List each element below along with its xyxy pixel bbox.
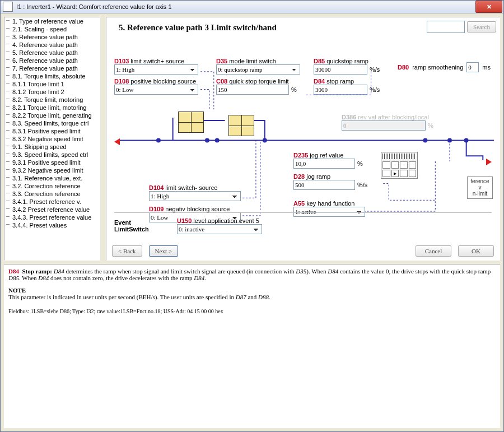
code-D108: D108 xyxy=(114,78,129,85)
nav-tree[interactable]: 1. Type of reference value2.1. Scaling -… xyxy=(4,17,100,261)
tree-item[interactable]: 8.2.2 Torque limit, generating xyxy=(4,112,100,119)
input-D235[interactable] xyxy=(293,159,355,169)
desc-nbb: D87 xyxy=(236,294,246,300)
tree-item[interactable]: 8.1. Torque limits, absolute xyxy=(4,72,100,80)
unit-C08: % xyxy=(291,86,297,93)
tree-item[interactable]: 9.3.2 Negative speed limit xyxy=(4,166,100,174)
tree-item[interactable]: 3.2. Correction reference xyxy=(4,182,100,190)
refbox-line1: ference v xyxy=(469,178,491,191)
description-pane: D84 Stop ramp: D84 determines the ramp w… xyxy=(4,264,500,428)
tree-item[interactable]: 8.2. Torque limit, motoring xyxy=(4,96,100,104)
svg-point-1 xyxy=(206,139,209,142)
tree-item[interactable]: 3.4.4. Preset values xyxy=(4,221,100,229)
page-title: 5. Reference value path 3 Limit switch/h… xyxy=(119,23,277,32)
next-button[interactable]: Next > xyxy=(149,245,178,257)
keypad-icon: ▶ xyxy=(381,152,418,179)
code-A55: A55 xyxy=(293,200,305,207)
body-split: 1. Type of reference value2.1. Scaling -… xyxy=(1,13,503,261)
desc-b1i: D84 xyxy=(38,275,49,281)
tree-item[interactable]: 2.1. Scaling - speed xyxy=(4,25,100,33)
code-D28: D28 xyxy=(293,173,305,180)
back-button[interactable]: < Back xyxy=(112,245,142,257)
svg-point-6 xyxy=(465,139,468,142)
event-label-1: Event xyxy=(114,219,131,226)
reference-limit-box: ference v n-limit xyxy=(467,176,493,199)
label-U150: level application event 5 xyxy=(193,217,259,224)
tree-item[interactable]: 8.1.1 Torque limit 1 xyxy=(4,80,100,88)
desc-b1c: D35 xyxy=(296,268,306,275)
content-panel: Search 5. Reference value path 3 Limit s… xyxy=(106,17,500,261)
tree-item[interactable]: 9.1. Skipping speed xyxy=(4,143,100,151)
combo-D104[interactable]: 1: High xyxy=(149,191,241,201)
tree-item[interactable]: 4. Reference value path xyxy=(4,41,100,49)
code-D235: D235 xyxy=(293,152,308,159)
search-input[interactable] xyxy=(427,21,465,33)
tree-item[interactable]: 3.4.1. Preset reference v. xyxy=(4,198,100,206)
desc-b1g: D85 xyxy=(8,275,19,281)
input-D85[interactable] xyxy=(314,64,367,75)
search-button[interactable]: Search xyxy=(467,21,496,32)
input-D28[interactable] xyxy=(293,180,355,190)
svg-point-2 xyxy=(216,139,219,142)
unit-D386: % xyxy=(428,122,433,129)
desc-b1k: D84 xyxy=(194,275,204,281)
input-D84[interactable] xyxy=(314,85,367,95)
ok-button[interactable]: OK xyxy=(458,245,494,257)
desc-b1f: contains the value 0, the drive stops wi… xyxy=(338,268,491,275)
combo-U150[interactable]: 0: inactive xyxy=(177,224,262,234)
unit-D84: %/s xyxy=(370,86,380,93)
code-D84: D84 xyxy=(314,78,325,85)
input-D80[interactable] xyxy=(466,62,479,72)
tree-item[interactable]: 8.1.2 Torque limit 2 xyxy=(4,88,100,96)
cancel-button[interactable]: Cancel xyxy=(416,245,451,257)
tree-item[interactable]: 9.3.1 Positive speed limit xyxy=(4,159,100,166)
tree-item[interactable]: 3.1. Reference value, ext. xyxy=(4,174,100,182)
combo-D103[interactable]: 1: High xyxy=(114,64,198,75)
label-D85: quickstop ramp xyxy=(326,58,368,64)
label-D28: jog ramp xyxy=(306,173,330,180)
label-A55: key hand function xyxy=(306,200,354,207)
label-D108: positive blocking source xyxy=(130,78,196,85)
combo-D108[interactable]: 0: Low xyxy=(114,85,198,95)
combo-D35[interactable]: 0: quickstop ramp xyxy=(216,64,300,75)
svg-point-3 xyxy=(263,139,267,142)
tree-item[interactable]: 3.3. Correction reference xyxy=(4,190,100,198)
desc-b1a: D84 xyxy=(54,268,64,275)
tree-item[interactable]: 8.2.1 Torque limit, motoring xyxy=(4,104,100,112)
desc-nba: This parameter is indicated in user unit… xyxy=(8,294,236,300)
tree-item[interactable]: 3.4.3. Preset reference value xyxy=(4,213,100,221)
tree-item[interactable]: 3.4.2 Preset reference value xyxy=(4,206,100,213)
desc-nbd: D88 xyxy=(258,294,269,300)
event-label-2: LimitSwitch xyxy=(114,226,149,233)
main-area: Search 5. Reference value path 3 Limit s… xyxy=(104,13,503,261)
tree-item[interactable]: 1. Type of reference value xyxy=(4,17,100,25)
desc-nbe: . xyxy=(269,294,270,300)
code-D109: D109 xyxy=(149,206,164,212)
unit-D235: % xyxy=(357,160,363,167)
desc-b1h: . When xyxy=(19,275,38,281)
arrow-left-icon xyxy=(114,138,120,145)
block-2-icon xyxy=(228,115,254,136)
desc-fieldbus: Fieldbus: 1LSB=siehe D86; Type: I32; raw… xyxy=(8,308,496,314)
code-D103: D103 xyxy=(114,58,129,64)
desc-b1j: does not contain zero, the drive deceler… xyxy=(49,275,194,281)
code-D104: D104 xyxy=(149,184,164,191)
tree-item[interactable]: 8.3. Speed limits, torque ctrl xyxy=(4,119,100,127)
label-D84: stop ramp xyxy=(326,78,354,85)
tree-item[interactable]: 9.3. Speed limits, speed ctrl xyxy=(4,151,100,159)
tree-item[interactable]: 5. Reference value path xyxy=(4,49,100,57)
tree-item[interactable]: 8.3.1 Positive speed limit xyxy=(4,127,100,135)
tree-item[interactable]: 3. Reference value path xyxy=(4,33,100,41)
arrow-right-icon xyxy=(486,159,492,165)
tree-item[interactable]: 7. Reference value path xyxy=(4,64,100,72)
input-C08[interactable] xyxy=(216,85,289,95)
block-1-icon xyxy=(178,112,204,133)
tree-item[interactable]: 8.3.2 Negative speed limit xyxy=(4,135,100,143)
code-D85: D85 xyxy=(314,58,325,64)
tree-item[interactable]: 6. Reference value path xyxy=(4,57,100,64)
svg-point-5 xyxy=(448,139,451,142)
svg-point-0 xyxy=(157,139,160,142)
desc-note: NOTE xyxy=(8,287,26,294)
desc-b1l: . xyxy=(204,275,206,281)
window-close-button[interactable]: ✕ xyxy=(475,1,502,13)
